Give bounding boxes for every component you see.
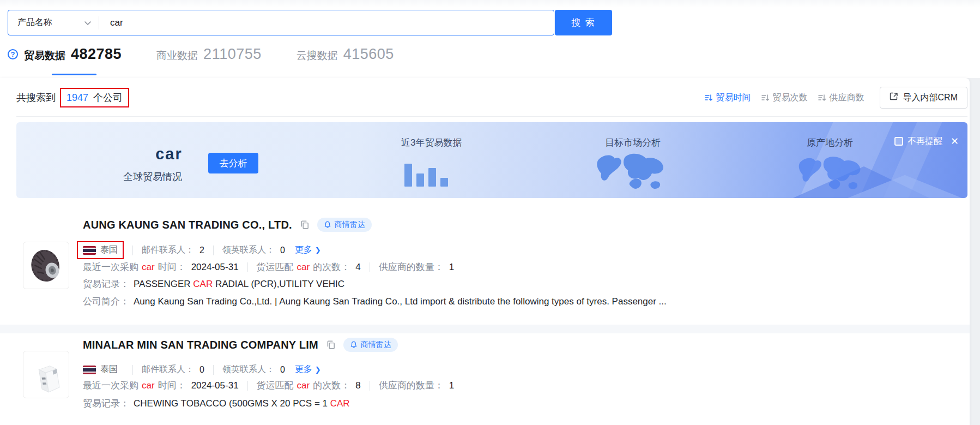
email-contacts-label: 邮件联系人： xyxy=(142,244,194,256)
question-circle-icon[interactable]: ? xyxy=(8,49,18,59)
dismiss-control: 不再提醒 ✕ xyxy=(894,135,959,147)
keyword-highlight: car xyxy=(142,262,155,273)
company-intro-label: 公司简介： xyxy=(83,295,129,308)
trade-record-label: 贸易记录： xyxy=(83,397,129,410)
sort-label: 贸易时间 xyxy=(716,92,751,104)
sort-by-supplier-count[interactable]: 供应商数 xyxy=(818,92,864,104)
company-name[interactable]: MINALAR MIN SAN TRADING COMPANY LIM xyxy=(83,339,318,351)
search-category-label: 产品名称 xyxy=(17,17,52,28)
sort-by-trade-time[interactable]: 贸易时间 xyxy=(704,92,751,104)
search-input[interactable]: car xyxy=(99,17,554,28)
company-thumbnail-package[interactable] xyxy=(23,351,69,398)
sort-desc-icon xyxy=(704,93,713,102)
company-trade-record-row: 贸易记录： PASSENGER CAR RADIAL (PCR),UTILITY… xyxy=(83,278,344,290)
more-label: 更多 xyxy=(295,244,312,256)
tab-cloud-search-data[interactable]: 云搜数据 415605 xyxy=(297,46,394,63)
thailand-flag-icon xyxy=(83,246,96,255)
tab-count: 482785 xyxy=(71,46,122,63)
feature-trade-data-label: 近3年贸易数据 xyxy=(401,136,462,149)
row-gap-band xyxy=(0,325,970,333)
purchase-label: 最近一次采购 xyxy=(83,261,138,273)
search-box: 产品名称 car xyxy=(8,10,554,35)
linkedin-contacts-count: 0 xyxy=(280,365,285,375)
sort-label: 贸易次数 xyxy=(773,92,808,104)
supplier-label: 供应商的数量： xyxy=(379,379,444,392)
dont-remind-checkbox[interactable] xyxy=(894,137,903,146)
close-icon[interactable]: ✕ xyxy=(951,135,959,147)
search-button[interactable]: 搜 索 xyxy=(555,10,612,35)
purchase-date: 2024-05-31 xyxy=(191,380,239,391)
world-map-icon xyxy=(586,149,673,194)
tab-business-data[interactable]: 商业数据 2110755 xyxy=(156,46,262,63)
chevron-down-icon xyxy=(84,18,91,28)
import-crm-button[interactable]: 导入内部CRM xyxy=(880,87,967,109)
more-label: 更多 xyxy=(295,364,312,375)
supplier-count: 1 xyxy=(449,262,454,273)
chevron-right-icon: ❯ xyxy=(315,366,321,374)
tab-count: 415605 xyxy=(343,46,394,63)
tire-image xyxy=(28,246,65,285)
business-radar-badge[interactable]: 商情雷达 xyxy=(343,338,398,352)
results-toolbar: 贸易时间 贸易次数 供应商数 xyxy=(704,87,967,109)
badge-label: 商情雷达 xyxy=(335,220,365,230)
company-name[interactable]: AUNG KAUNG SAN TRADING CO., LTD. xyxy=(83,219,292,231)
trade-record-pre: PASSENGER xyxy=(134,279,193,289)
copy-icon[interactable] xyxy=(300,220,310,230)
tab-label: 商业数据 xyxy=(156,49,198,63)
trade-bar xyxy=(404,164,412,187)
more-link[interactable]: 更多 ❯ xyxy=(295,364,321,375)
email-contacts-count: 0 xyxy=(199,365,204,375)
keyword-highlight: car xyxy=(297,380,310,391)
tab-trade-data[interactable]: 贸易数据 482785 xyxy=(24,46,122,63)
sort-desc-icon xyxy=(818,93,826,102)
sort-label: 供应商数 xyxy=(830,92,864,104)
separator xyxy=(247,262,248,272)
freight-label-suffix: 的次数： xyxy=(313,379,350,392)
separator xyxy=(370,262,370,272)
company-stats-row: 最近一次采购 car 时间： 2024-05-31 货运匹配 car 的次数： … xyxy=(83,379,454,392)
company-count: 1947 xyxy=(66,92,88,104)
search-category-select[interactable]: 产品名称 xyxy=(8,10,99,35)
feature-target-market-label: 目标市场分析 xyxy=(605,136,661,149)
company-stats-row: 最近一次采购 car 时间： 2024-05-31 货运匹配 car 的次数： … xyxy=(83,261,454,273)
thailand-flag-icon xyxy=(83,366,96,374)
feature-origin-label: 原产地分析 xyxy=(807,136,853,149)
company-trade-record-row: 贸易记录： CHEWING TOBACCO (500GMS X 20 PCS =… xyxy=(83,397,350,410)
keyword-highlight: CAR xyxy=(330,398,350,409)
copy-icon[interactable] xyxy=(326,340,336,350)
freight-label: 货运匹配 xyxy=(257,379,294,392)
country-label: 泰国 xyxy=(100,364,118,375)
purchase-label-suffix: 时间： xyxy=(158,379,186,392)
supplier-label: 供应商的数量： xyxy=(379,261,444,273)
country-annotation-box: 泰国 xyxy=(77,241,124,259)
banner-subtitle: 全球贸易情况 xyxy=(98,170,207,183)
radar-bell-icon xyxy=(324,221,331,229)
sort-by-trade-count[interactable]: 贸易次数 xyxy=(761,92,808,104)
keyword-highlight: CAR xyxy=(193,279,213,289)
badge-label: 商情雷达 xyxy=(361,340,391,350)
more-link[interactable]: 更多 ❯ xyxy=(295,244,321,256)
trade-bars-chart xyxy=(404,155,459,187)
data-tabs: ? 贸易数据 482785 商业数据 2110755 云搜数据 415605 xyxy=(8,46,429,63)
company-thumbnail-tire[interactable] xyxy=(23,242,69,289)
country-label: 泰国 xyxy=(100,244,118,256)
freight-label: 货运匹配 xyxy=(257,261,294,273)
page: 产品名称 car 搜 索 ? 贸易数据 482785 商业数据 2110755 … xyxy=(0,0,980,425)
dont-remind-label: 不再提醒 xyxy=(908,136,942,147)
trade-record-label: 贸易记录： xyxy=(83,278,129,290)
business-radar-badge[interactable]: 商情雷达 xyxy=(317,218,372,232)
keyword-highlight: car xyxy=(142,380,155,391)
freight-count: 8 xyxy=(355,380,360,391)
tab-label: 云搜数据 xyxy=(297,49,338,63)
linkedin-contacts-count: 0 xyxy=(280,246,285,255)
count-annotation-box: 1947 个公司 xyxy=(60,88,129,107)
tab-label: 贸易数据 xyxy=(24,49,65,63)
go-analyze-button[interactable]: 去分析 xyxy=(208,153,258,173)
world-map-icon xyxy=(789,153,869,194)
trade-record-post: RADIAL (PCR),UTILITY VEHIC xyxy=(213,279,344,289)
banner-keyword: car xyxy=(125,145,213,163)
separator xyxy=(132,246,133,255)
separator xyxy=(213,246,214,255)
separator xyxy=(247,381,248,391)
freight-label-suffix: 的次数： xyxy=(313,261,350,273)
